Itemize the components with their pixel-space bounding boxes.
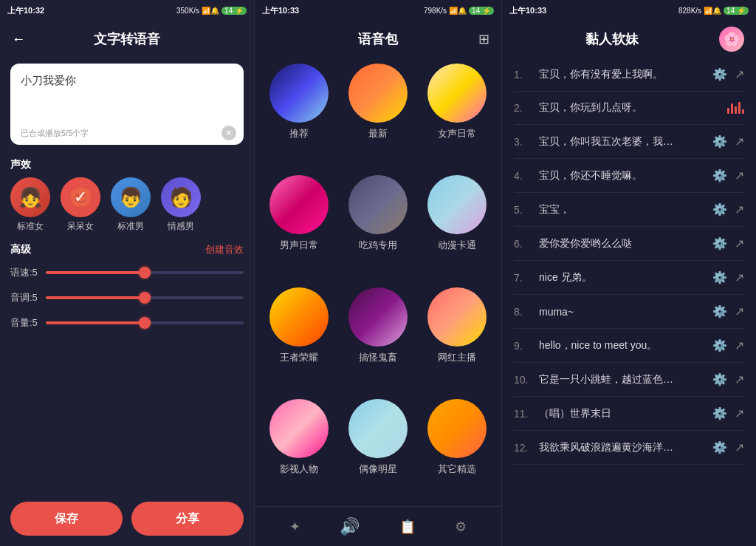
pack-item-gaming[interactable]: 吃鸡专用: [344, 175, 413, 276]
settings-icon-9[interactable]: ⚙️: [712, 338, 727, 352]
voice-item-4[interactable]: 🧑 情感男: [161, 177, 201, 233]
pack-item-latest[interactable]: 最新: [344, 64, 413, 165]
pack-item-idol[interactable]: 偶像明星: [344, 399, 413, 500]
settings-icon-6[interactable]: ⚙️: [712, 236, 727, 250]
voice-item-1[interactable]: 👧 标准女: [10, 177, 50, 233]
speed-slider[interactable]: [46, 265, 244, 280]
share-icon-1[interactable]: ↗: [735, 67, 744, 81]
pack-item-streamer[interactable]: 网红主播: [422, 287, 491, 389]
pack-circle-12: [427, 399, 487, 458]
share-icon-5[interactable]: ↗: [735, 202, 744, 216]
voice-item-2[interactable]: 😊 ✓ 呆呆女: [61, 177, 100, 233]
voice-avatar-1: 👧: [10, 177, 50, 217]
pack-label-8: 搞怪鬼畜: [359, 351, 397, 364]
phrase-num-12: 12.: [514, 442, 532, 454]
footer-tab-3[interactable]: 📋: [399, 519, 416, 535]
playing-icon-2: [727, 102, 744, 114]
phrase-text-1: 宝贝，你有没有爱上我啊。: [539, 68, 705, 81]
share-icon-10[interactable]: ↗: [735, 372, 744, 386]
speed-slider-row: 语速:5: [10, 265, 244, 280]
footer-tab-1[interactable]: ✦: [289, 519, 300, 535]
footer-tab-2[interactable]: 🔊: [340, 517, 360, 536]
pack-item-recommend[interactable]: 推荐: [265, 64, 334, 165]
pack-item-funny[interactable]: 搞怪鬼畜: [344, 287, 413, 389]
phrase-num-7: 7.: [514, 272, 532, 284]
clear-button[interactable]: ✕: [221, 126, 236, 140]
settings-icon-11[interactable]: ⚙️: [712, 406, 727, 420]
phrase-text-2: 宝贝，你玩到几点呀。: [539, 101, 720, 115]
settings-icon-12[interactable]: ⚙️: [712, 440, 727, 454]
voice-name-2: 呆呆女: [67, 220, 94, 233]
footer-tab-4[interactable]: ⚙: [455, 519, 467, 535]
voice-item-3[interactable]: 👦 标准男: [111, 177, 151, 233]
phrase-actions-10: ⚙️ ↗: [712, 372, 744, 386]
input-text[interactable]: 小刀我爱你: [21, 72, 233, 89]
volume-thumb[interactable]: [139, 317, 151, 329]
settings-icon-1[interactable]: ⚙️: [712, 67, 727, 81]
share-icon-7[interactable]: ↗: [735, 270, 744, 284]
signal-3: 828K/s 📶🔔 14 ⚡: [678, 7, 749, 15]
voice-avatar-4: 🧑: [161, 177, 201, 217]
share-icon-9[interactable]: ↗: [735, 338, 744, 352]
voice-avatar-3: 👦: [111, 177, 151, 217]
phrase-item-5: 5. 宝宝， ⚙️ ↗: [514, 193, 744, 227]
phrase-item-3: 3. 宝贝，你叫我五次老婆，我… ⚙️ ↗: [514, 125, 744, 159]
pack-item-wangzhe[interactable]: 王者荣耀: [265, 287, 334, 389]
settings-icon-4[interactable]: ⚙️: [712, 168, 727, 182]
pitch-slider[interactable]: [46, 290, 244, 305]
pack-circle-2: [348, 64, 408, 123]
panel3-header: ← 黏人软妹 🌸: [502, 21, 756, 58]
pack-label-11: 偶像明星: [359, 463, 397, 476]
volume-slider[interactable]: [46, 315, 244, 330]
phrase-actions-7: ⚙️ ↗: [712, 270, 744, 284]
voice-list: 👧 标准女 😊 ✓ 呆呆女 👦 标准男 🧑 情感男: [0, 177, 254, 240]
panel-voice-pack: 上午10:33 798K/s 📶🔔 14 ⚡ 语音包 ⊞ 推荐 最新 女声日常 …: [255, 0, 502, 546]
phrase-item-8: 8. muma~ ⚙️ ↗: [514, 295, 744, 329]
phrase-num-2: 2.: [514, 102, 532, 114]
phrase-list: 1. 宝贝，你有没有爱上我啊。 ⚙️ ↗ 2. 宝贝，你玩到几点呀。 3.: [502, 58, 756, 546]
create-effect-link[interactable]: 创建音效: [205, 243, 244, 256]
phrase-text-12: 我欲乘风破浪踏遍黄沙海洋…: [539, 441, 705, 454]
pack-circle-4: [269, 175, 329, 234]
pack-item-movie[interactable]: 影视人物: [265, 399, 334, 500]
settings-icon-10[interactable]: ⚙️: [712, 372, 727, 386]
settings-icon-5[interactable]: ⚙️: [712, 202, 727, 216]
profile-avatar[interactable]: 🌸: [719, 27, 744, 52]
phrase-text-3: 宝贝，你叫我五次老婆，我…: [539, 135, 705, 149]
pack-item-female-daily[interactable]: 女声日常: [422, 64, 491, 165]
voice-name-1: 标准女: [17, 220, 44, 233]
settings-icon-8[interactable]: ⚙️: [712, 304, 727, 318]
settings-icon-3[interactable]: ⚙️: [712, 134, 727, 149]
settings-icon-7[interactable]: ⚙️: [712, 270, 727, 284]
volume-slider-row: 音量:5: [10, 315, 244, 330]
save-button[interactable]: 保存: [10, 502, 123, 536]
text-input-area[interactable]: 小刀我爱你 已合成播放5/5个字 ✕: [10, 64, 244, 145]
pack-label-3: 女声日常: [438, 127, 476, 140]
pack-item-anime[interactable]: 动漫卡通: [422, 175, 491, 276]
phrase-text-8: muma~: [539, 306, 705, 318]
speed-thumb[interactable]: [139, 267, 151, 279]
phrase-item-12: 12. 我欲乘风破浪踏遍黄沙海洋… ⚙️ ↗: [514, 431, 744, 465]
share-button[interactable]: 分享: [131, 502, 244, 536]
phrase-num-11: 11.: [514, 408, 532, 420]
pack-label-5: 吃鸡专用: [359, 239, 397, 252]
phrase-text-6: 爱你爱你爱哟么么哒: [539, 237, 705, 250]
archive-icon[interactable]: ⊞: [478, 31, 489, 47]
pitch-thumb[interactable]: [139, 292, 151, 304]
share-icon-8[interactable]: ↗: [735, 304, 744, 318]
share-icon-6[interactable]: ↗: [735, 236, 744, 250]
pack-item-others[interactable]: 其它精选: [422, 399, 491, 500]
phrase-text-5: 宝宝，: [539, 203, 705, 216]
share-icon-4[interactable]: ↗: [735, 168, 744, 182]
pack-circle-3: [427, 64, 487, 123]
phrase-num-10: 10.: [514, 374, 532, 386]
share-icon-12[interactable]: ↗: [735, 440, 744, 454]
phrase-item-7: 7. nice 兄弟。 ⚙️ ↗: [514, 261, 744, 295]
share-icon-11[interactable]: ↗: [735, 406, 744, 420]
share-icon-3[interactable]: ↗: [735, 134, 744, 149]
pack-item-male-daily[interactable]: 男声日常: [265, 175, 334, 276]
pack-circle-11: [348, 399, 408, 458]
status-bar-3: 上午10:33 828K/s 📶🔔 14 ⚡: [502, 0, 756, 21]
phrase-item-10: 10. 它是一只小跳蛙，越过蓝色… ⚙️ ↗: [514, 363, 744, 397]
time-2: 上午10:33: [262, 5, 299, 16]
